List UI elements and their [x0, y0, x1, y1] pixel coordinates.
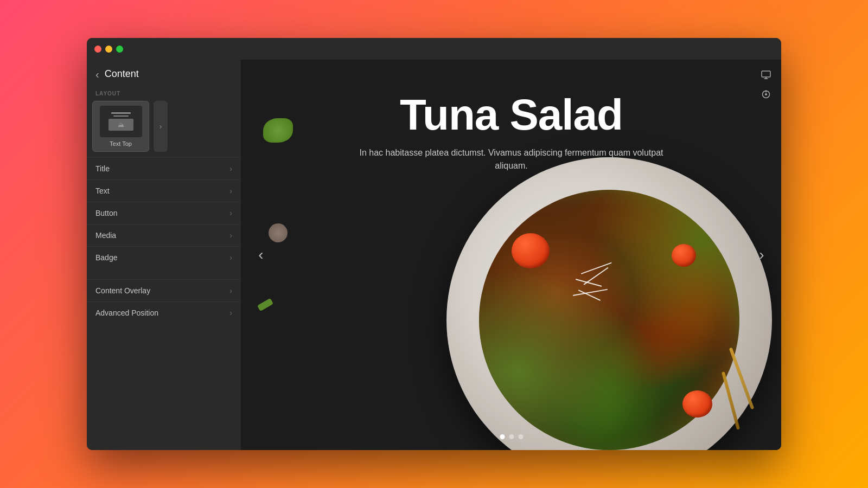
- secondary-menu-items: Content Overlay › Advanced Position ›: [87, 279, 241, 324]
- layout-section-label: LAYOUT: [87, 86, 241, 101]
- dot-1[interactable]: [500, 434, 505, 439]
- dot-2[interactable]: [509, 434, 514, 439]
- menu-item-title-label: Title: [95, 164, 110, 173]
- back-button[interactable]: ‹: [95, 69, 99, 80]
- svg-rect-0: [762, 71, 770, 77]
- svg-point-4: [765, 93, 767, 95]
- salad-plate: [446, 157, 772, 450]
- menu-item-text-arrow: ›: [229, 187, 232, 195]
- app-window: ‹ Content LAYOUT ⛰ Text To: [87, 38, 781, 450]
- title-bar: [87, 38, 781, 60]
- menu-item-content-overlay-label: Content Overlay: [95, 286, 150, 295]
- menu-item-media[interactable]: Media ›: [87, 224, 241, 246]
- menu-item-badge-label: Badge: [95, 253, 117, 262]
- main-content: Tuna Salad In hac habitasse platea dictu…: [241, 60, 781, 450]
- sidebar: ‹ Content LAYOUT ⛰ Text To: [87, 60, 241, 450]
- menu-item-advanced-position-arrow: ›: [229, 309, 232, 317]
- salad-food: [479, 190, 739, 450]
- maximize-button[interactable]: [116, 46, 123, 53]
- tomato-2: [682, 390, 712, 418]
- sprout-3: [583, 267, 608, 285]
- layout-arrow-icon: ›: [159, 122, 162, 131]
- sprouts: [570, 268, 648, 346]
- menu-item-title-arrow: ›: [229, 164, 232, 173]
- menu-item-badge-arrow: ›: [229, 253, 232, 262]
- slide-subtitle: In hac habitasse platea dictumst. Vivamu…: [343, 146, 680, 172]
- dot-3[interactable]: [518, 434, 523, 439]
- menu-item-media-label: Media: [95, 231, 116, 240]
- tomato-1: [512, 233, 550, 268]
- app-body: ‹ Content LAYOUT ⛰ Text To: [87, 60, 781, 450]
- slide-dots: [500, 434, 523, 439]
- layout-card-label: Text Top: [110, 140, 132, 147]
- menu-item-button[interactable]: Button ›: [87, 202, 241, 224]
- slide-text-content: Tuna Salad In hac habitasse platea dictu…: [241, 60, 781, 194]
- slide-nav-next[interactable]: ›: [750, 243, 774, 267]
- menu-item-badge[interactable]: Badge ›: [87, 246, 241, 268]
- sidebar-spacer: [87, 268, 241, 279]
- preview-line-2: [113, 115, 129, 117]
- tomato-3: [672, 244, 696, 267]
- menu-item-button-arrow: ›: [229, 209, 232, 217]
- preview-line-1: [111, 112, 131, 114]
- menu-item-advanced-position-label: Advanced Position: [95, 309, 158, 317]
- slide-nav-prev[interactable]: ‹: [249, 243, 273, 267]
- layout-card-preview: ⛰: [100, 106, 142, 137]
- menu-item-button-label: Button: [95, 209, 117, 217]
- traffic-lights: [94, 46, 123, 53]
- sidebar-title: Content: [105, 68, 139, 80]
- layout-card-text-top[interactable]: ⛰ Text Top: [92, 101, 149, 152]
- preview-text-lines: [111, 112, 131, 117]
- sidebar-header: ‹ Content: [87, 60, 241, 86]
- menu-item-content-overlay[interactable]: Content Overlay ›: [87, 279, 241, 301]
- slide-title: Tuna Salad: [400, 92, 623, 138]
- preview-img-icon: ⛰: [118, 121, 124, 129]
- menu-item-text[interactable]: Text ›: [87, 179, 241, 202]
- minimize-button[interactable]: [105, 46, 112, 53]
- preview-image-box: ⛰: [108, 119, 133, 131]
- menu-items-group: Title › Text › Button › Media › Badge: [87, 157, 241, 268]
- menu-item-title[interactable]: Title ›: [87, 157, 241, 179]
- menu-item-media-arrow: ›: [229, 231, 232, 240]
- monitor-icon[interactable]: [758, 67, 774, 82]
- close-button[interactable]: [94, 46, 101, 53]
- top-right-icons: [758, 67, 774, 102]
- layout-cards-container: ⛰ Text Top ›: [87, 101, 241, 157]
- garnish-garlic: [269, 223, 288, 242]
- paint-icon[interactable]: [758, 87, 774, 102]
- menu-item-text-label: Text: [95, 187, 110, 195]
- menu-item-content-overlay-arrow: ›: [229, 286, 232, 295]
- layout-arrow-button[interactable]: ›: [154, 101, 168, 152]
- garnish-leaf-1: [257, 298, 273, 311]
- menu-item-advanced-position[interactable]: Advanced Position ›: [87, 301, 241, 324]
